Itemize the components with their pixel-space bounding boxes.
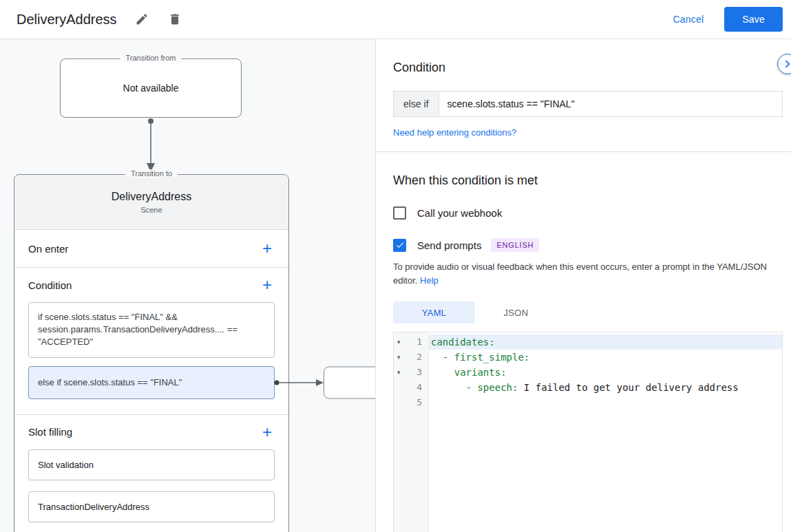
condition-section: Condition + if scene.slots.status == "FI…: [14, 267, 288, 414]
line-number: 2: [416, 350, 422, 365]
trash-icon: [168, 12, 182, 26]
panel-title: Condition: [393, 61, 783, 75]
yaml-key: candidates:: [431, 337, 495, 348]
fold-arrow-icon[interactable]: ▾: [397, 334, 404, 350]
editor-gutter: ▾ 1 ▾ 2 ▾ 3 4: [394, 332, 429, 532]
code-line: - speech: I failed to get your delivery …: [429, 380, 782, 395]
gutter-row: ▾ 2: [394, 350, 428, 365]
transition-target-node[interactable]: [324, 366, 376, 398]
webhook-label: Call your webhook: [417, 207, 502, 219]
slot-filling-row: Slot filling +: [14, 415, 288, 449]
line-number: 1: [416, 334, 422, 350]
condition-row: Condition +: [14, 268, 288, 302]
code-line: - first_simple:: [429, 350, 782, 365]
condition-input[interactable]: [439, 91, 783, 117]
send-prompts-row: Send prompts ENGLISH: [393, 238, 783, 252]
yaml-key: - speech:: [431, 382, 518, 393]
condition-help-row: Need help entering conditions?: [393, 126, 783, 138]
gutter-row: 4: [394, 380, 428, 395]
gutter-row: 5: [394, 395, 428, 410]
line-number: 5: [416, 395, 422, 410]
slot-filling-label: Slot filling: [28, 426, 72, 438]
on-enter-label: On enter: [28, 243, 68, 255]
add-on-enter-button[interactable]: +: [258, 239, 276, 258]
page-title: DeliveryAddress: [17, 12, 117, 28]
line-number: 3: [416, 365, 422, 380]
top-bar: DeliveryAddress Cancel Save: [0, 0, 791, 39]
transition-to-label: Transition to: [125, 169, 178, 178]
slot-filling-section: Slot filling + Slot validation Transacti…: [14, 414, 288, 532]
yaml-key: variants:: [431, 367, 507, 378]
slot-item[interactable]: Slot validation: [28, 449, 275, 480]
on-enter-row: On enter +: [14, 230, 288, 267]
tab-yaml[interactable]: YAML: [393, 301, 475, 323]
scene-title: DeliveryAddress: [112, 191, 191, 203]
top-bar-left: DeliveryAddress: [17, 10, 184, 29]
pencil-icon: [135, 12, 149, 26]
delete-button[interactable]: [165, 10, 184, 29]
transition-arrow-icon: [145, 118, 156, 173]
editor-tabs: YAML JSON: [393, 301, 783, 323]
fold-arrow-icon[interactable]: ▾: [397, 365, 404, 380]
chevron-right-icon: [780, 56, 791, 72]
content: Transition from Not available Transition…: [0, 39, 791, 532]
top-bar-right: Cancel Save: [673, 7, 783, 32]
save-button[interactable]: Save: [724, 7, 783, 32]
yaml-editor[interactable]: ▾ 1 ▾ 2 ▾ 3 4: [393, 332, 783, 532]
code-line: [429, 395, 782, 410]
yaml-key: - first_simple:: [431, 352, 529, 363]
prompts-description: To provide audio or visual feedback when…: [393, 260, 782, 288]
diagram-pane: Transition from Not available Transition…: [0, 39, 376, 532]
fold-arrow-icon[interactable]: ▾: [397, 350, 404, 365]
help-link[interactable]: Help: [420, 275, 439, 286]
app-root: DeliveryAddress Cancel Save Transition f…: [0, 0, 791, 532]
scene-card: Transition to DeliveryAddress Scene On e…: [14, 174, 289, 532]
transition-from-content: Not available: [123, 83, 179, 94]
condition-panel: Condition else if Need help entering con…: [376, 39, 791, 532]
webhook-checkbox[interactable]: [393, 206, 406, 220]
when-condition-title: When this condition is met: [393, 173, 783, 188]
condition-item-selected[interactable]: else if scene.slots.status == "FINAL": [28, 366, 275, 399]
add-icon: +: [262, 239, 272, 257]
tab-json[interactable]: JSON: [475, 301, 557, 323]
condition-help-link[interactable]: Need help entering conditions?: [393, 127, 516, 138]
yaml-value: I failed to get your delivery address: [518, 382, 738, 393]
send-prompts-label: Send prompts: [417, 240, 481, 251]
condition-item-text: else if scene.slots.status == "FINAL": [38, 377, 182, 387]
cancel-button[interactable]: Cancel: [673, 14, 704, 25]
slot-item[interactable]: TransactionDeliveryAddress: [28, 491, 275, 522]
webhook-row: Call your webhook: [393, 206, 783, 220]
gutter-row: ▾ 1: [394, 334, 428, 350]
line-number: 4: [416, 380, 422, 395]
gutter-row: ▾ 3: [394, 365, 428, 380]
check-icon: [395, 240, 405, 250]
scene-subtitle: Scene: [140, 206, 162, 214]
add-slot-button[interactable]: +: [258, 423, 276, 442]
condition-item[interactable]: if scene.slots.status == "FINAL" && sess…: [28, 302, 275, 358]
code-line: variants:: [429, 365, 782, 380]
connector-arrow-icon: [274, 377, 324, 388]
condition-input-row: else if: [393, 91, 783, 117]
language-badge: ENGLISH: [491, 238, 539, 252]
prompts-description-text: To provide audio or visual feedback when…: [393, 262, 767, 286]
transition-from-node[interactable]: Transition from Not available: [60, 58, 242, 118]
condition-prefix: else if: [393, 91, 439, 117]
add-icon: +: [262, 275, 272, 294]
add-icon: +: [262, 423, 272, 441]
edit-button[interactable]: [132, 10, 151, 29]
transition-from-label: Transition from: [120, 54, 182, 62]
add-condition-button[interactable]: +: [258, 275, 276, 295]
panel-divider: [376, 151, 791, 152]
editor-code-area[interactable]: candidates: - first_simple: variants: - …: [429, 332, 782, 532]
condition-section-label: Condition: [28, 279, 72, 291]
send-prompts-checkbox[interactable]: [393, 239, 406, 252]
scene-header[interactable]: DeliveryAddress Scene: [14, 175, 288, 230]
code-line: candidates:: [429, 334, 782, 350]
